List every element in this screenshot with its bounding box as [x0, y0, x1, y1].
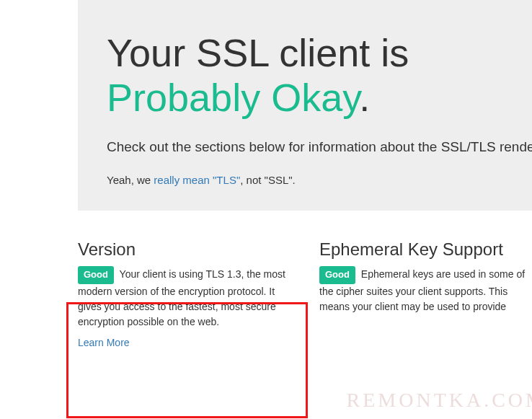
hero-lead: Check out the sections below for informa… [107, 137, 532, 158]
tls-link[interactable]: really mean "TLS" [154, 174, 240, 186]
hero-note: Yeah, we really mean "TLS", not "SSL". [107, 174, 532, 186]
good-badge: Good [78, 266, 114, 284]
title-prefix: Your SSL client is [107, 31, 409, 74]
ssl-status: Probably Okay [107, 76, 359, 119]
section-ephemeral: Ephemeral Key Support Good Ephemeral key… [319, 239, 532, 349]
section-version-heading: Version [78, 239, 298, 260]
section-ephemeral-body: Good Ephemeral keys are used in some of … [319, 266, 532, 314]
watermark: REMONTKA.COM [347, 389, 532, 412]
note-prefix: Yeah, we [107, 174, 154, 186]
section-version: Version Good Your client is using TLS 1.… [78, 239, 298, 349]
learn-more-link[interactable]: Learn More [78, 337, 130, 348]
title-suffix: . [359, 76, 370, 119]
section-ephemeral-heading: Ephemeral Key Support [319, 239, 532, 260]
note-suffix: , not "SSL". [240, 174, 296, 186]
page-title: Your SSL client is Probably Okay. [107, 30, 532, 120]
section-version-body: Good Your client is using TLS 1.3, the m… [78, 266, 298, 330]
hero-panel: Your SSL client is Probably Okay. Check … [78, 0, 532, 211]
sections-row: Version Good Your client is using TLS 1.… [78, 239, 532, 349]
good-badge: Good [319, 266, 355, 284]
